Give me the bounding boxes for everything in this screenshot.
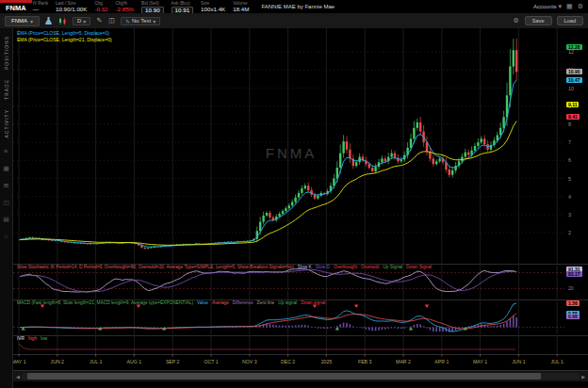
ema21-label[interactable]: EMA (Price=CLOSE, Length=21, Displace=0) — [17, 37, 112, 43]
menu-icon[interactable]: ≡ — [5, 148, 8, 155]
svg-text:20: 20 — [568, 285, 574, 291]
symbol-tab-label: FNMA — [11, 18, 27, 24]
svg-text:2: 2 — [568, 230, 571, 235]
quote-field[interactable]: Bid (Sell)10.90 — [141, 1, 163, 14]
svg-text:APR 1: APR 1 — [434, 359, 449, 364]
legend-item: Down signal — [301, 300, 325, 305]
drawing-tool-icon[interactable]: ✎ — [95, 17, 103, 24]
quote-bar: FNMA IV Rank—Last / Size10.90/1.00KChg-0… — [0, 0, 588, 14]
legend-item: high — [28, 336, 37, 341]
svg-text:10: 10 — [568, 86, 574, 91]
text-mode-select[interactable]: ✎ No Text ▾ — [121, 17, 160, 25]
svg-text:JUL 1: JUL 1 — [90, 359, 102, 364]
chart-type-icon[interactable] — [57, 17, 68, 25]
quote-field: Chg-0.32 — [94, 1, 107, 14]
interval-value: D — [77, 18, 81, 24]
chevron-down-icon: ▾ — [153, 18, 155, 24]
legend-item: Up signal — [278, 300, 297, 305]
axis-badge: 0.68 — [566, 314, 580, 319]
svg-text:AUG 1: AUG 1 — [127, 359, 142, 364]
app-window: FNMA IV Rank—Last / Size10.90/1.00KChg-0… — [0, 0, 588, 388]
macd-header: MACD (Fast length=8, Slow length=21, MAC… — [17, 300, 329, 305]
ivr-panel[interactable]: IVRhighlow — [13, 335, 588, 355]
svg-text:12: 12 — [568, 49, 574, 55]
h-scrollbar[interactable]: ◀ ▶ — [13, 370, 588, 381]
interval-select[interactable]: D ▾ — [73, 17, 90, 25]
stochastic-canvas[interactable]: 8020 — [13, 264, 588, 303]
svg-text:MAY 1: MAY 1 — [473, 359, 487, 364]
sidebar-tab-trade[interactable]: TRADE — [4, 79, 9, 100]
study-title[interactable]: Slow Stochastic (K Period=14, D Period=9… — [17, 265, 294, 269]
layers-icon[interactable]: ◫ — [3, 199, 8, 206]
scroll-right-icon[interactable]: ▶ — [580, 374, 587, 380]
grid-icon[interactable]: ▦ — [566, 3, 573, 10]
legend-item: Value — [197, 300, 208, 305]
axis-badge: 10.90 — [566, 69, 582, 74]
scroll-left-icon[interactable]: ◀ — [14, 374, 22, 380]
chevron-down-icon: ▾ — [559, 3, 563, 10]
stochastic-header: Slow Stochastic (K Period=14, D Period=9… — [17, 265, 435, 269]
symbol-label: FNMA — [6, 4, 26, 12]
scroll-track[interactable] — [22, 373, 580, 380]
axis-badge: 9.11 — [566, 102, 579, 107]
ema5-label[interactable]: EMA (Price=CLOSE, Length=5, Displace=0) — [17, 30, 112, 37]
symbol-tab[interactable]: FNMA ▾ — [5, 16, 40, 26]
text-mode-value: No Text — [132, 18, 151, 24]
load-button[interactable]: Load — [557, 16, 583, 25]
ivr-header: IVRhighlow — [17, 336, 51, 341]
pencil-icon: ✎ — [125, 18, 130, 24]
svg-text:OCT 1: OCT 1 — [204, 359, 218, 364]
legend-item: Slow D — [316, 265, 330, 269]
layout-icon[interactable]: ◫ — [107, 17, 116, 24]
gear-icon[interactable]: ⚙ — [578, 3, 583, 10]
recording-indicator — [0, 0, 32, 3]
scroll-thumb[interactable] — [27, 373, 541, 380]
svg-text:JUN 1: JUN 1 — [512, 359, 526, 364]
chevron-down-icon: ▾ — [83, 18, 86, 24]
quote-field: Chg%-2.85% — [116, 1, 135, 14]
quote-field: Volume18.4M — [233, 1, 249, 14]
legend-item: Up Signal — [383, 265, 402, 269]
left-sidebar: POSITIONSTRADEACTIVITY≡▦⊞◫▤⌂ — [0, 28, 13, 388]
chart-toolbar: FNMA ▾ D ▾ ✎ ◫ ✎ No Text ▾ ⚙ Save Load — [0, 13, 588, 29]
svg-text:FNMA: FNMA — [266, 145, 318, 161]
svg-text:MAY 1: MAY 1 — [13, 359, 26, 364]
accounts-menu[interactable]: Accounts ▾ — [533, 3, 562, 10]
axis-badge: 83.17 — [566, 271, 582, 277]
flask-icon[interactable] — [44, 17, 53, 24]
home-icon[interactable]: ⌂ — [5, 233, 8, 240]
study-header: EMA (Price=CLOSE, Length=5, Displace=0) … — [17, 30, 112, 42]
legend-item: Oversold — [361, 265, 379, 269]
axis-badge: 8.41 — [566, 114, 580, 120]
svg-text:MAR 2: MAR 2 — [396, 359, 411, 364]
accounts-label: Accounts — [533, 4, 557, 9]
study-title[interactable]: IVR — [17, 336, 24, 341]
macd-canvas[interactable] — [13, 299, 588, 339]
quote-field[interactable]: Ask (Buy)10.91 — [172, 1, 193, 14]
svg-text:8: 8 — [568, 121, 571, 127]
svg-text:4: 4 — [568, 194, 571, 200]
sidebar-tab-activity[interactable]: ACTIVITY — [4, 109, 9, 138]
macd-panel[interactable]: MACD (Fast length=8, Slow length=21, MAC… — [13, 299, 588, 336]
svg-text:JUN 2: JUN 2 — [51, 359, 65, 364]
rows-icon[interactable]: ▤ — [3, 216, 8, 223]
gear-icon[interactable]: ⚙ — [513, 17, 520, 24]
plus-icon[interactable]: ⊞ — [4, 182, 8, 189]
svg-text:7: 7 — [568, 139, 571, 145]
chart-area: EMA (Price=CLOSE, Length=5, Displace=0) … — [13, 28, 588, 388]
price-chart-canvas[interactable]: 23456789101112FNMA — [13, 28, 588, 267]
svg-text:JUL 1: JUL 1 — [551, 359, 564, 364]
stochastic-panel[interactable]: Slow Stochastic (K Period=14, D Period=9… — [13, 264, 588, 300]
legend-item: Down Signal — [406, 265, 432, 269]
quote-field: Size100x1.4K — [201, 1, 225, 14]
svg-text:DEC 2: DEC 2 — [281, 359, 295, 364]
price-panel[interactable]: EMA (Price=CLOSE, Length=5, Displace=0) … — [13, 28, 588, 265]
sidebar-tab-positions[interactable]: POSITIONS — [4, 36, 9, 70]
grid-icon[interactable]: ▦ — [3, 165, 8, 172]
save-button[interactable]: Save — [525, 16, 552, 25]
svg-text:NOV 3: NOV 3 — [242, 359, 257, 364]
axis-badge: 10.47 — [566, 77, 582, 83]
study-title[interactable]: MACD (Fast length=8, Slow length=21, MAC… — [17, 300, 193, 305]
legend-item: Average — [212, 300, 229, 305]
chevron-down-icon: ▾ — [30, 18, 33, 24]
